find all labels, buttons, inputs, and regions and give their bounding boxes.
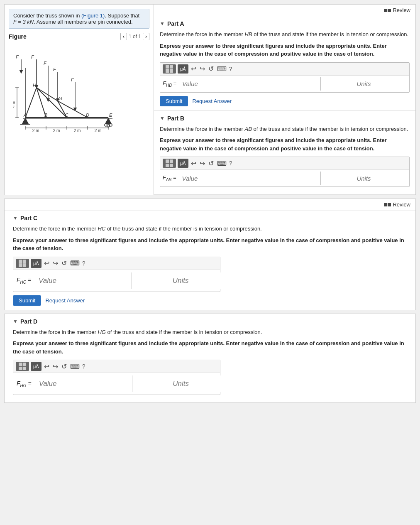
review-link-top[interactable]: Review <box>384 7 410 13</box>
part-d-help-btn[interactable]: ? <box>82 363 85 370</box>
part-d-grid-btn[interactable] <box>16 362 29 371</box>
left-panel: Consider the truss shown in (Figure 1). … <box>5 5 154 195</box>
review-icon <box>384 9 391 12</box>
figure-next-btn[interactable]: › <box>143 33 149 40</box>
part-a-keyboard-btn[interactable]: ⌨ <box>216 65 227 73</box>
part-c-refresh-btn[interactable]: ↺ <box>61 259 68 267</box>
part-d-mu-btn[interactable]: μÅ <box>31 362 42 371</box>
svg-text:E: E <box>109 113 112 118</box>
part-b-collapse[interactable]: ▼ <box>160 115 165 121</box>
part-d-keyboard-btn[interactable]: ⌨ <box>69 363 81 370</box>
part-b-undo-btn[interactable]: ↩ <box>190 159 197 167</box>
problem-statement: Consider the truss shown in (Figure 1). … <box>9 9 149 29</box>
svg-text:F: F <box>44 61 47 66</box>
review-label-top: Review <box>393 7 410 13</box>
svg-point-22 <box>110 124 112 126</box>
review-square-c1 <box>384 203 387 206</box>
part-a-header: ▼ Part A <box>160 20 410 27</box>
part-a-grid-btn[interactable] <box>163 64 176 74</box>
part-c-value-input[interactable] <box>34 272 132 289</box>
part-d-refresh-btn[interactable]: ↺ <box>61 363 68 370</box>
part-c-header: ▼ Part C <box>13 215 407 221</box>
part-b-section: ▼ Part B Determine the force in the memb… <box>154 111 415 195</box>
part-a-undo-btn[interactable]: ↩ <box>190 65 197 73</box>
part-d-units-input[interactable] <box>132 375 230 392</box>
truss-svg: 2 m 2 m 2 m 2 m 4 m A <box>13 43 146 134</box>
svg-text:2 m: 2 m <box>73 128 81 133</box>
svg-text:2 m: 2 m <box>32 128 39 133</box>
part-c-request-link[interactable]: Request Answer <box>45 297 85 304</box>
part-d-wrapper: ▼ Part D Determine the force in the memb… <box>5 314 415 403</box>
top-section: Consider the truss shown in (Figure 1). … <box>4 4 416 195</box>
part-a-request-link[interactable]: Request Answer <box>192 98 232 104</box>
figure-prev-btn[interactable]: ‹ <box>120 33 127 40</box>
part-b-title: Part B <box>167 115 184 122</box>
right-panel: Review ▼ Part A Determine the force in t… <box>154 5 415 195</box>
svg-text:2 m: 2 m <box>94 128 101 133</box>
part-a-toolbar: μÅ ↩ ↪ ↺ ⌨ ? <box>160 63 409 76</box>
part-c-input-area: μÅ ↩ ↪ ↺ ⌨ ? FHC = <box>13 257 220 292</box>
part-a-value-input[interactable] <box>179 77 321 91</box>
part-c-collapse[interactable]: ▼ <box>13 215 18 221</box>
part-a-units-input[interactable] <box>321 77 407 91</box>
part-c-undo-btn[interactable]: ↩ <box>43 259 50 267</box>
part-a-mu-btn[interactable]: μÅ <box>178 64 188 74</box>
part-c-redo-btn[interactable]: ↪ <box>52 259 59 267</box>
part-d-value-input[interactable] <box>35 375 132 392</box>
part-b-instructions: Express your answer to three significant… <box>160 136 410 152</box>
svg-text:F: F <box>16 54 19 59</box>
part-c-units-input[interactable] <box>132 272 229 289</box>
part-d-instructions: Express your answer to three significant… <box>13 339 407 356</box>
part-a-title: Part A <box>167 20 184 27</box>
figure-link[interactable]: (Figure 1) <box>81 12 105 19</box>
figure-nav: ‹ 1 of 1 › <box>120 33 149 40</box>
part-c-answer-row: FHC = <box>13 270 220 292</box>
part-c-submit-btn[interactable]: Submit <box>13 295 41 306</box>
part-b-grid-btn[interactable] <box>163 159 176 168</box>
problem-text-suffix: . Suppose that <box>105 12 139 19</box>
svg-text:2 m: 2 m <box>53 128 60 133</box>
part-a-help-btn[interactable]: ? <box>229 66 232 72</box>
part-d-undo-btn[interactable]: ↩ <box>43 363 50 370</box>
part-b-mu-btn[interactable]: μÅ <box>178 159 188 168</box>
part-d-description: Determine the force in the member HG of … <box>13 328 407 336</box>
svg-point-20 <box>105 124 107 126</box>
part-b-toolbar: μÅ ↩ ↪ ↺ ⌨ ? <box>160 157 409 170</box>
part-a-description: Determine the force in the member HB of … <box>160 30 410 39</box>
part-a-submit-btn[interactable]: Submit <box>160 96 188 106</box>
review-icon-c <box>384 203 391 206</box>
part-b-help-btn[interactable]: ? <box>229 160 232 167</box>
part-b-keyboard-btn[interactable]: ⌨ <box>216 159 227 167</box>
svg-text:F: F <box>53 67 56 72</box>
part-a-collapse[interactable]: ▼ <box>160 21 165 27</box>
part-b-value-input[interactable] <box>179 172 321 185</box>
part-c-help-btn[interactable]: ? <box>82 260 85 267</box>
part-b-answer-row: FAB = <box>160 170 409 186</box>
figure-label: Figure <box>9 33 27 40</box>
part-c-title: Part C <box>20 215 37 221</box>
part-b-units-input[interactable] <box>321 172 407 185</box>
part-a-redo-btn[interactable]: ↪ <box>199 65 206 73</box>
part-c-mu-btn[interactable]: μÅ <box>31 259 42 268</box>
svg-line-5 <box>25 88 37 118</box>
part-b-description: Determine the force in the member AB of … <box>160 125 410 133</box>
part-c-grid-btn[interactable] <box>16 259 29 268</box>
problem-text-prefix: Consider the truss shown in <box>13 12 81 19</box>
part-b-redo-btn[interactable]: ↪ <box>199 159 206 167</box>
svg-text:F: F <box>31 54 34 59</box>
review-link-c[interactable]: Review <box>384 201 410 208</box>
part-b-refresh-btn[interactable]: ↺ <box>208 159 215 167</box>
part-c-answer-label: FHC = <box>17 277 31 285</box>
part-a-refresh-btn[interactable]: ↺ <box>208 65 215 73</box>
problem-equation: F = 3 kN <box>13 19 34 25</box>
review-label-c: Review <box>393 201 410 208</box>
part-c-outer: Review ▼ Part C Determine the force in t… <box>4 199 416 310</box>
part-d-redo-btn[interactable]: ↪ <box>52 363 59 370</box>
part-a-instructions: Express your answer to three significant… <box>160 42 410 58</box>
part-a-buttons: Submit Request Answer <box>160 96 410 106</box>
review-square-c2 <box>388 203 391 206</box>
part-d-input-area: μÅ ↩ ↪ ↺ ⌨ ? FHG = <box>13 360 220 395</box>
review-square-2 <box>388 9 391 12</box>
part-c-keyboard-btn[interactable]: ⌨ <box>69 259 81 267</box>
part-d-collapse[interactable]: ▼ <box>13 319 18 324</box>
